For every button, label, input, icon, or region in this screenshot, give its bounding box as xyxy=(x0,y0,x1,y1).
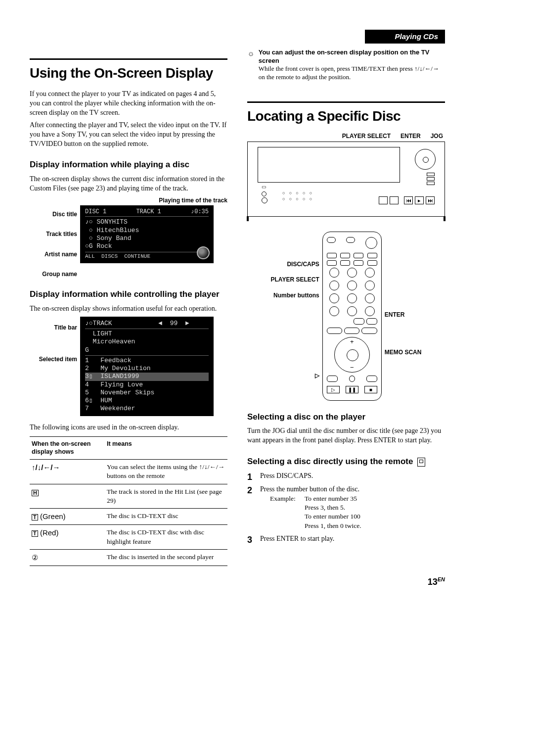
osd1-line: ○ HitechBlues xyxy=(85,227,209,235)
osd2-list-item: 2 My Devolution xyxy=(85,365,209,373)
remote-right-labels: ENTER MEMO SCAN xyxy=(385,232,422,386)
mean-arrows: You can select the items using the ↑/↓/←… xyxy=(105,460,227,484)
remote-body: +− ▷❚❚■ xyxy=(322,232,382,401)
callout-title-bar: Title bar xyxy=(30,324,77,331)
osd1-track: TRACK 1 xyxy=(136,208,161,216)
osd2-list-item: 7 Weekender xyxy=(85,405,209,413)
heading-using-osd: Using the On-Screen Display xyxy=(30,64,227,83)
remote-btn-icon xyxy=(346,237,355,243)
remote-btn-icon xyxy=(327,328,342,334)
remote-play-icon: ▷ xyxy=(327,386,340,393)
remote-power-icon xyxy=(365,237,377,249)
table-row: T (Red) The disc is CD-TEXT disc with di… xyxy=(30,525,227,549)
table-row: ↑/↓/←/→ You can select the items using t… xyxy=(30,460,227,484)
osd2-titlebar: ♪○TRACK ◄ 99 ► xyxy=(85,320,209,329)
label-enter: ENTER xyxy=(385,311,422,319)
remote-icon xyxy=(417,458,425,467)
remote-btn-icon xyxy=(354,260,363,266)
tip-body: While the front cover is open, press TIM… xyxy=(259,65,445,82)
caption-playing-time: Playing time of the track xyxy=(30,196,227,204)
mean-t-red: The disc is CD-TEXT disc with disc highl… xyxy=(105,525,227,549)
steps-list: Press DISC/CAPS. Press the number button… xyxy=(247,472,445,544)
remote-btn-icon xyxy=(340,260,350,266)
display-playing-desc: The on-screen display shows the current … xyxy=(30,175,227,193)
player-dots-icon: ○ ○ ○ ○ ○○ ○ ○ ○ ○ xyxy=(282,190,313,202)
label-player-select: PLAYER SELECT xyxy=(271,277,319,284)
osd2-header-line: LIGHT xyxy=(85,330,209,338)
callout-track-titles: Track titles xyxy=(30,230,77,238)
lightbulb-icon: ☼ xyxy=(247,48,255,81)
subhead-select-remote: Selecting a disc directly using the remo… xyxy=(247,456,445,468)
remote-left-labels: DISC/CAPS PLAYER SELECT Number buttons ▷ xyxy=(271,232,319,388)
play-glyph: ▷ xyxy=(271,373,319,379)
label-memo-scan: MEMO SCAN xyxy=(385,348,422,356)
osd2-screen: ♪○TRACK ◄ 99 ► LIGHT MicroHeaven G 1 Fee… xyxy=(80,317,214,416)
table-row: ② The disc is inserted in the second pla… xyxy=(30,549,227,566)
left-column: Using the On-Screen Display If you conne… xyxy=(30,48,227,566)
subhead-display-playing: Display information while playing a disc xyxy=(30,159,227,171)
sym-circle-2: ② xyxy=(30,549,105,566)
osd1-callouts: Disc title Track titles Artist name Grou… xyxy=(30,205,77,278)
callout-disc-title: Disc title xyxy=(30,210,77,218)
mean-circle-2: The disc is inserted in the second playe… xyxy=(105,549,227,566)
callout-artist-name: Artist name xyxy=(30,250,77,258)
remote-btn-icon xyxy=(367,260,377,266)
select-on-player-desc: Turn the JOG dial until the disc number … xyxy=(247,426,445,445)
osd1-disc: DISC 1 xyxy=(85,208,106,216)
label-number-buttons: Number buttons xyxy=(271,292,319,299)
divider xyxy=(247,101,445,103)
osd-figure-2: Title bar Selected item ♪○TRACK ◄ 99 ► L… xyxy=(30,317,227,416)
osd2-list-item: 6▯ HUM xyxy=(85,397,209,405)
player-diagram: ▭ ○ ○ ○ ○ ○○ ○ ○ ○ ○ ⏮▸⏭ xyxy=(247,142,445,217)
remote-btn-icon xyxy=(361,328,377,334)
step-3: Press ENTER to start play. xyxy=(247,534,445,544)
remote-btn-icon xyxy=(367,253,377,258)
step-1: Press DISC/CAPS. xyxy=(247,472,445,481)
step-2-example: Example:To enter number 35 Press 3, then… xyxy=(260,494,445,530)
remote-dpad-icon: +− xyxy=(334,337,370,373)
osd2-header-line: G xyxy=(85,346,209,356)
remote-number-pad xyxy=(327,268,377,316)
osd1-time: ♪0:35 xyxy=(191,208,209,216)
osd2-list-item-selected: 3▯ ISLAND1999 xyxy=(85,373,209,380)
sym-t-red: T (Red) xyxy=(30,525,105,549)
player-top-labels: PLAYER SELECT ENTER JOG xyxy=(247,132,443,140)
divider xyxy=(30,58,227,60)
section-header: Playing CDs xyxy=(30,30,445,44)
remote-btn-icon xyxy=(344,328,359,334)
osd1-line: ♪○ SONYHITS xyxy=(85,218,209,226)
remote-pause-icon: ❚❚ xyxy=(346,386,358,393)
player-small-buttons-icon xyxy=(427,173,435,185)
intro-paragraph-1: If you connect the player to your TV as … xyxy=(30,90,227,118)
player-misc-icon: ▭ xyxy=(262,183,267,204)
callout-group-name: Group name xyxy=(30,270,77,278)
callout-selected-item: Selected item xyxy=(30,355,77,363)
remote-btn-icon xyxy=(366,318,377,325)
osd2-header-line: MicroHeaven xyxy=(85,338,209,346)
player-display-icon xyxy=(258,147,400,183)
sym-t-green: T (Green) xyxy=(30,509,105,525)
tip-heading: You can adjust the on-screen display pos… xyxy=(259,48,445,65)
remote-btn-icon xyxy=(327,253,337,258)
remote-btn-icon xyxy=(340,253,350,258)
tip-block: ☼ You can adjust the on-screen display p… xyxy=(247,48,445,81)
label-jog: JOG xyxy=(431,132,443,140)
mean-h: The track is stored in the Hit List (see… xyxy=(105,484,227,508)
remote-enter-icon xyxy=(354,318,364,325)
intro-paragraph-2: After connecting the player and TV, sele… xyxy=(30,121,227,149)
player-feet-icon xyxy=(247,216,445,221)
osd1-screen: DISC 1 TRACK 1 ♪0:35 ♪○ SONYHITS ○ Hitec… xyxy=(80,205,214,263)
display-controlling-desc: The on-screen display shows information … xyxy=(30,304,227,314)
osd2-list-item: 1 Feedback xyxy=(85,357,209,365)
remote-btn-icon xyxy=(327,260,337,266)
remote-btn-icon xyxy=(327,237,336,243)
osd1-line: ○ Sony Band xyxy=(85,235,209,242)
section-tab: Playing CDs xyxy=(365,30,445,44)
remote-btn-icon xyxy=(349,376,355,382)
sym-arrows: ↑/↓/←/→ xyxy=(30,460,105,484)
sym-h: H xyxy=(30,484,105,508)
heading-locating-disc: Locating a Specific Disc xyxy=(247,107,445,126)
subhead-display-controlling: Display information while controlling th… xyxy=(30,289,227,300)
label-enter: ENTER xyxy=(400,132,421,140)
osd1-line: ○G Rock xyxy=(85,242,209,250)
